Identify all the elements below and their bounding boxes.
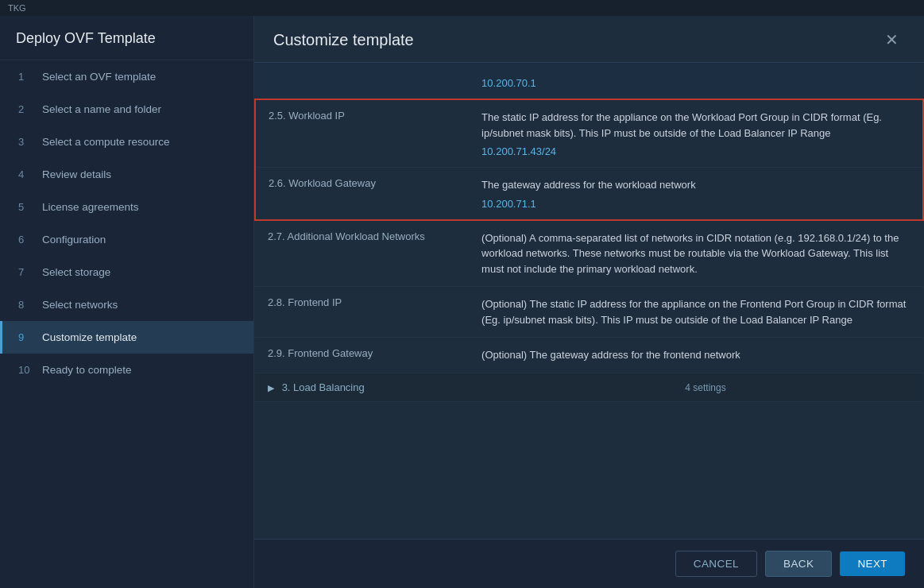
table-area[interactable]: 10.200.70.1 2.5. Workload IP The static … [254,63,924,539]
cancel-button[interactable]: CANCEL [675,551,757,577]
sidebar-item-9[interactable]: 9 Customize template [0,321,253,354]
additional-networks-value: (Optional) A comma-separated list of net… [469,220,923,287]
workload-ip-ip: 10.200.71.43/24 [481,145,910,157]
step-num-2: 2 [18,103,34,115]
sidebar-item-label-9: Customize template [42,331,137,343]
main-header: Customize template ✕ [254,16,924,63]
sidebar-item-label-7: Select storage [42,266,110,278]
sidebar-title: Deploy OVF Template [0,16,253,60]
frontend-gateway-value: (Optional) The gateway address for the f… [469,338,923,373]
sidebar-item-2[interactable]: 2 Select a name and folder [0,93,253,126]
sidebar-item-label-2: Select a name and folder [42,103,161,115]
frontend-gateway-name: 2.9. Frontend Gateway [255,338,469,373]
partial-ip: 10.200.70.1 [481,77,910,89]
partial-row-value: 10.200.70.1 [469,63,923,99]
top-hint-text: TKG [8,3,26,13]
sidebar-item-6[interactable]: 6 Configuration [0,223,253,256]
sidebar-item-label-3: Select a compute resource [42,136,170,148]
top-hint-bar: TKG [0,0,924,16]
sidebar-item-7[interactable]: 7 Select storage [0,256,253,288]
table-row-frontend-ip: 2.8. Frontend IP (Optional) The static I… [255,287,923,338]
frontend-ip-desc: (Optional) The static IP address for the… [481,296,910,327]
step-num-4: 4 [18,168,34,180]
workload-ip-desc: The static IP address for the appliance … [481,110,910,141]
sidebar-item-5[interactable]: 5 License agreements [0,191,253,223]
workload-ip-value: The static IP address for the appliance … [469,99,923,168]
step-num-5: 5 [18,201,34,213]
sidebar-item-4[interactable]: 4 Review details [0,158,253,191]
section-settings: 4 settings [685,382,725,393]
workload-gateway-value: The gateway address for the workload net… [469,168,923,220]
table-row-workload-ip: 2.5. Workload IP The static IP address f… [255,99,923,168]
step-num-8: 8 [18,299,34,311]
table-row-frontend-gateway: 2.9. Frontend Gateway (Optional) The gat… [255,338,923,373]
table-row-additional-networks: 2.7. Additional Workload Networks (Optio… [255,220,923,287]
table-row-partial: 10.200.70.1 [255,63,923,99]
next-button[interactable]: NEXT [840,551,905,576]
back-button[interactable]: BACK [765,551,832,577]
workload-gateway-desc: The gateway address for the workload net… [481,177,910,193]
modal-footer: CANCEL BACK NEXT [254,539,924,588]
expand-icon: ▶ [268,383,274,393]
workload-ip-name: 2.5. Workload IP [255,99,469,168]
sidebar-item-8[interactable]: 8 Select networks [0,288,253,321]
sidebar-item-label-5: License agreements [42,201,139,213]
step-num-6: 6 [18,234,34,246]
deploy-ovf-modal: TKG Deploy OVF Template 1 Select an OVF … [0,0,924,588]
workload-gateway-ip: 10.200.71.1 [481,198,910,210]
frontend-ip-value: (Optional) The static IP address for the… [469,287,923,338]
sidebar-item-10[interactable]: 10 Ready to complete [0,354,253,386]
section-row-load-balancing[interactable]: ▶ 3. Load Balancing 4 settings [255,373,923,401]
additional-networks-name: 2.7. Additional Workload Networks [255,220,469,287]
table-row-workload-gateway: 2.6. Workload Gateway The gateway addres… [255,168,923,220]
frontend-gateway-desc: (Optional) The gateway address for the f… [481,347,910,363]
modal-body: Deploy OVF Template 1 Select an OVF temp… [0,16,924,588]
sidebar-item-label-10: Ready to complete [42,364,132,376]
main-content: Customize template ✕ 10.200.70.1 [254,16,924,588]
close-button[interactable]: ✕ [879,29,905,51]
frontend-ip-name: 2.8. Frontend IP [255,287,469,338]
sidebar-item-1[interactable]: 1 Select an OVF template [0,60,253,93]
sidebar-item-label-8: Select networks [42,299,118,311]
main-title: Customize template [273,31,414,49]
step-num-1: 1 [18,71,34,83]
additional-networks-desc: (Optional) A comma-separated list of net… [481,230,910,277]
step-num-9: 9 [18,331,34,343]
step-num-3: 3 [18,136,34,148]
step-num-10: 10 [18,364,34,376]
sidebar-item-3[interactable]: 3 Select a compute resource [0,126,253,158]
section-row-cell[interactable]: ▶ 3. Load Balancing 4 settings [255,373,923,401]
step-num-7: 7 [18,266,34,278]
section-label: 3. Load Balancing [282,381,365,393]
sidebar-item-label-4: Review details [42,168,111,180]
sidebar: Deploy OVF Template 1 Select an OVF temp… [0,16,254,588]
properties-table: 10.200.70.1 2.5. Workload IP The static … [254,63,924,402]
workload-gateway-name: 2.6. Workload Gateway [255,168,469,220]
sidebar-item-label-6: Configuration [42,234,106,246]
sidebar-item-label-1: Select an OVF template [42,71,156,83]
partial-row-name [255,63,469,99]
